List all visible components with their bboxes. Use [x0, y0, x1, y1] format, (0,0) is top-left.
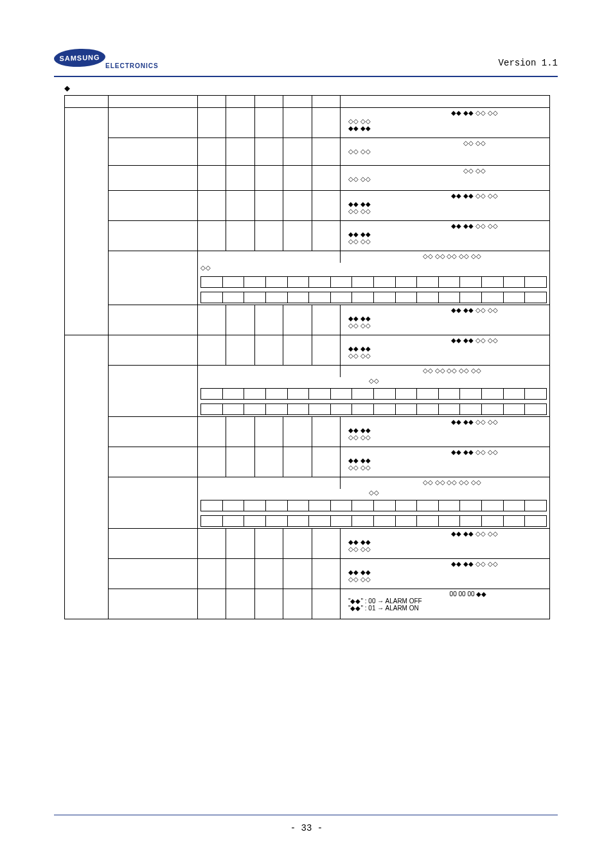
desc-text: ◆◆ ◆◆	[348, 125, 547, 132]
table-row: 00 00 00 ◆◆ "◆◆" : 00 → ALARM OFF "◆◆" :…	[65, 589, 550, 619]
desc-text: ◆◆ ◆◆	[348, 315, 547, 322]
table-row: ◇◇ ◇◇ ◇◇ ◇◇	[65, 138, 550, 166]
bit-grid	[200, 388, 547, 400]
desc-text: ◇◇ ◇◇	[348, 208, 547, 215]
header-rule	[54, 76, 558, 77]
desc-text: ◆◆ ◆◆ ◇◇ ◇◇	[402, 560, 547, 567]
table-row: ◆◆ ◆◆ ◇◇ ◇◇ ◆◆ ◆◆ ◇◇ ◇◇	[65, 559, 550, 589]
bit-grid	[200, 292, 547, 303]
desc-text: ◆◆ ◆◆ ◇◇ ◇◇	[402, 530, 547, 537]
desc-text: ◇◇ ◇◇ ◇◇ ◇◇ ◇◇	[357, 252, 547, 260]
desc-text: ◆◆ ◆◆ ◇◇ ◇◇	[402, 418, 547, 425]
table-row: ◇◇ ◇◇ ◇◇ ◇◇ ◇◇	[65, 477, 550, 490]
mini-grid-label: ◇◇	[369, 377, 379, 384]
table-row: ◆◆ ◆◆ ◇◇ ◇◇ ◆◆ ◆◆ ◇◇ ◇◇	[65, 305, 550, 335]
table-row: ◆◆ ◆◆ ◇◇ ◇◇ ◇◇ ◇◇ ◆◆ ◆◆	[65, 108, 550, 138]
mini-grid-label: ◇◇	[200, 264, 211, 271]
desc-text: ◇◇ ◇◇	[348, 545, 547, 553]
brand-sub: ELECTRONICS	[105, 62, 159, 69]
bit-grid	[200, 515, 547, 527]
table-row: ◇◇ ◇◇ ◇◇ ◇◇ ◇◇	[65, 251, 550, 263]
section-bullet: ◆	[64, 82, 70, 94]
table-header-row	[65, 96, 550, 108]
desc-text: ◆◆ ◆◆	[348, 427, 547, 434]
table-row: ◆◆ ◆◆ ◇◇ ◇◇ ◆◆ ◆◆ ◇◇ ◇◇	[65, 529, 550, 559]
desc-text: ◆◆ ◆◆ ◇◇ ◇◇	[402, 448, 547, 456]
desc-text: ◇◇ ◇◇	[348, 464, 547, 471]
desc-text: 00 00 00 ◆◆	[389, 590, 547, 598]
desc-text: ◇◇ ◇◇	[402, 167, 547, 174]
brand-logo: SAMSUNG ELECTRONICS	[54, 49, 105, 67]
desc-text: ◇◇ ◇◇	[348, 175, 547, 182]
desc-text: ◆◆ ◆◆ ◇◇ ◇◇	[402, 306, 547, 314]
desc-text: ◇◇ ◇◇	[348, 352, 547, 359]
table-row: ◆◆ ◆◆ ◇◇ ◇◇ ◆◆ ◆◆ ◇◇ ◇◇	[65, 191, 550, 221]
doc-version: Version 1.1	[499, 58, 558, 68]
desc-text: ◇◇ ◇◇	[402, 139, 547, 146]
table-row: ◆◆ ◆◆ ◇◇ ◇◇ ◆◆ ◆◆ ◇◇ ◇◇	[65, 221, 550, 251]
mini-grid-label: ◇◇	[369, 489, 379, 496]
desc-text: ◆◆ ◆◆	[348, 345, 547, 352]
table-row: ◆◆ ◆◆ ◇◇ ◇◇ ◆◆ ◆◆ ◇◇ ◇◇	[65, 447, 550, 477]
desc-text: ◇◇ ◇◇	[348, 576, 547, 583]
desc-text: ◆◆ ◆◆	[348, 569, 547, 576]
desc-text: ◆◆ ◆◆ ◇◇ ◇◇	[402, 192, 547, 199]
desc-text: ◆◆ ◆◆	[348, 231, 547, 238]
desc-text: ◆◆ ◆◆ ◇◇ ◇◇	[402, 222, 547, 229]
desc-text: ◆◆ ◆◆ ◇◇ ◇◇	[402, 337, 547, 344]
brand-oval: SAMSUNG	[54, 48, 105, 68]
register-table: ◆◆ ◆◆ ◇◇ ◇◇ ◇◇ ◇◇ ◆◆ ◆◆ ◇◇ ◇◇ ◇◇ ◇◇ ◇◇ ◇…	[64, 95, 550, 619]
desc-text: ◇◇ ◇◇	[348, 148, 547, 155]
table-row: ◇◇ ◇◇ ◇◇ ◇◇	[65, 166, 550, 191]
desc-text: ◆◆ ◆◆	[348, 457, 547, 464]
desc-text: "◆◆" : 01 → ALARM ON	[348, 605, 547, 612]
desc-text: ◆◆ ◆◆	[348, 200, 547, 208]
bit-grid	[200, 276, 547, 288]
table-row: ◆◆ ◆◆ ◇◇ ◇◇ ◆◆ ◆◆ ◇◇ ◇◇	[65, 335, 550, 366]
desc-text: ◆◆ ◆◆ ◇◇ ◇◇	[402, 109, 547, 116]
table-row: ◆◆ ◆◆ ◇◇ ◇◇ ◆◆ ◆◆ ◇◇ ◇◇	[65, 417, 550, 447]
desc-text: ◇◇ ◇◇	[348, 434, 547, 441]
desc-text: ◇◇ ◇◇	[348, 238, 547, 245]
desc-text: ◇◇ ◇◇ ◇◇ ◇◇ ◇◇	[357, 367, 547, 374]
bit-grid	[200, 500, 547, 511]
desc-text: ◇◇ ◇◇ ◇◇ ◇◇ ◇◇	[357, 479, 547, 486]
page-number: - 33 -	[0, 823, 613, 833]
desc-text: "◆◆" : 00 → ALARM OFF	[348, 598, 547, 605]
footer-rule	[54, 815, 558, 815]
desc-text: ◆◆ ◆◆	[348, 538, 547, 545]
desc-text: ◇◇ ◇◇	[348, 118, 547, 125]
table-row: ◇◇ ◇◇ ◇◇ ◇◇ ◇◇	[65, 366, 550, 378]
desc-text: ◇◇ ◇◇	[348, 322, 547, 329]
brand-name: SAMSUNG	[59, 53, 100, 62]
bit-grid	[200, 403, 547, 415]
